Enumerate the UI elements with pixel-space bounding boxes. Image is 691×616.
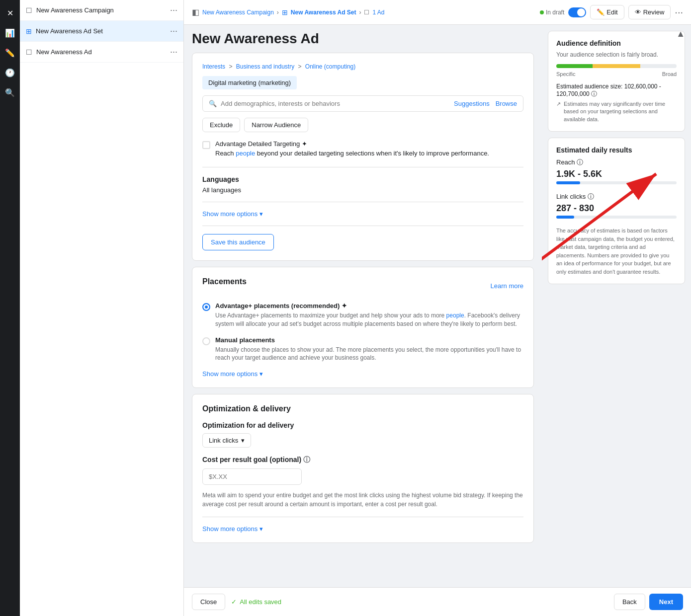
footer-bar: Close ✓ All edits saved Back Next [184,587,691,616]
specific-label: Specific [556,71,576,77]
ad-item-dots[interactable]: ··· [170,47,177,57]
placements-section: Placements Learn more Advantage+ placeme… [192,267,534,388]
check-icon: ✓ [231,598,237,606]
reach-label: Reach ⓘ [556,158,677,167]
show-more-options-2[interactable]: Show more options ▾ [202,370,523,378]
bc-ad[interactable]: 1 Ad [372,9,384,16]
sidebar-clock-icon[interactable]: 🕐 [2,65,18,80]
right-sidebar: ▲ Audience definition Your audience sele… [542,25,691,587]
link-clicks-result-row: Link clicks ⓘ 287 - 830 [556,192,677,219]
link-clicks-info-icon[interactable]: ⓘ [588,193,594,200]
next-button[interactable]: Next [649,594,683,610]
browse-link[interactable]: Browse [496,100,517,107]
scroll-up-arrow[interactable]: ▲ [676,29,685,39]
audience-info-icon[interactable]: ⓘ [591,90,597,97]
form-panel: New Awareness Ad Interests > Business an… [184,25,542,587]
close-button[interactable]: Close [192,594,225,610]
divider-1 [202,167,523,167]
content-area: New Awareness Ad Interests > Business an… [184,25,691,587]
bc-adset[interactable]: New Awareness Ad Set [291,9,356,16]
audience-meter: Specific Broad [556,64,677,77]
show-more-options-3[interactable]: Show more options ▾ [202,525,523,533]
link-clicks-value: 287 - 830 [556,203,677,214]
manual-placement-desc: Manually choose the places to show your … [215,346,523,363]
advantage-checkbox[interactable] [202,141,210,149]
manual-placement-radio[interactable] [202,337,210,345]
meter-bar [556,64,677,68]
narrow-audience-button[interactable]: Narrow Audience [244,118,308,132]
divider-2 [202,202,523,202]
edit-button[interactable]: ✏️ Edit [590,5,624,19]
bc-business[interactable]: Business and industry [236,63,294,70]
review-eye-icon: 👁 [635,8,641,16]
people-link-2[interactable]: people [446,312,464,319]
info-icon: ⓘ [303,456,310,463]
link-clicks-dropdown[interactable]: Link clicks ▾ [202,433,251,448]
manual-placement-option[interactable]: Manual placements Manually choose the pl… [202,336,523,363]
advantage-placement-desc: Use Advantage+ placements to maximize yo… [215,311,523,328]
all-saved-indicator: ✓ All edits saved [231,598,281,606]
reach-bar [556,181,677,184]
sidebar-search-icon[interactable]: 🔍 [2,84,18,100]
campaign-item-label: New Awareness Campaign [36,6,166,14]
adset-icon: ⊞ [26,27,32,35]
cost-input[interactable] [202,468,302,485]
results-card-title: Estimated daily results [556,146,677,154]
languages-label: Languages [202,175,523,183]
more-options-button[interactable]: ··· [675,6,683,18]
campaign-item-dots[interactable]: ··· [170,5,177,15]
bc-campaign[interactable]: New Awareness Campaign [202,9,274,16]
search-icon: 🔍 [209,100,217,107]
people-link[interactable]: people [236,150,255,157]
audience-size: Estimated audience size: 102,600,000 - 1… [556,83,677,98]
adset-item-label: New Awareness Ad Set [36,27,166,35]
ad-icon: ☐ [26,48,32,56]
campaign-item-adset[interactable]: ⊞ New Awareness Ad Set ··· [20,21,183,42]
audience-card-title: Audience definition [556,39,677,47]
collapse-icon[interactable]: ◧ [192,7,199,17]
manual-placement-title: Manual placements [215,336,523,344]
page-title: New Awareness Ad [184,25,542,47]
advantage-placement-title: Advantage+ placements (recommended) ✦ [215,302,523,309]
cost-goal-label: Cost per result goal (optional) ⓘ [202,456,523,464]
sidebar-edit-icon[interactable]: ✏️ [2,45,18,61]
reach-value: 1.9K - 5.6K [556,169,677,179]
exclude-button[interactable]: Exclude [202,118,240,132]
bc-online[interactable]: Online (computing) [305,63,355,70]
targeting-tag: Digital marketing (marketing) [202,76,297,89]
advantage-placement-option[interactable]: Advantage+ placements (recommended) ✦ Us… [202,302,523,328]
divider-3 [202,226,523,226]
save-audience-button[interactable]: Save this audience [202,234,274,250]
reach-info-icon[interactable]: ⓘ [577,158,583,166]
campaign-item-ad[interactable]: ☐ New Awareness Ad ··· [20,42,183,63]
sidebar-close-icon[interactable]: ✕ [2,5,18,21]
targeting-breadcrumb: Interests > Business and industry > Onli… [202,63,523,70]
reach-result-row: Reach ⓘ 1.9K - 5.6K [556,158,677,184]
optimization-title: Optimization & delivery [202,404,523,413]
divider-4 [202,517,523,517]
back-button[interactable]: Back [614,594,645,610]
adset-item-dots[interactable]: ··· [170,26,177,36]
sidebar-chart-icon[interactable]: 📊 [2,25,18,41]
accuracy-note: The accuracy of estimates is based on fa… [556,227,677,276]
ad-doc-icon: ☐ [364,9,369,16]
bc-interests[interactable]: Interests [202,63,225,70]
search-actions: Suggestions Browse [454,100,517,107]
ad-item-label: New Awareness Ad [36,48,166,56]
campaign-item-campaign[interactable]: ☐ New Awareness Campaign ··· [20,0,183,21]
advantage-placement-radio[interactable] [202,303,210,311]
show-more-options-1[interactable]: Show more options ▾ [202,210,523,218]
top-actions: In draft ✏️ Edit 👁 Review ··· [540,5,683,19]
suggestions-link[interactable]: Suggestions [454,100,490,107]
advantage-description: Reach people beyond your detailed target… [215,150,489,157]
languages-value: All languages [202,186,523,194]
campaign-icon: ☐ [26,6,32,14]
chevron-down-icon: ▾ [241,437,245,444]
draft-toggle[interactable] [568,7,586,17]
saved-label: All edits saved [240,598,281,606]
review-button[interactable]: 👁 Review [628,5,671,19]
learn-more-link[interactable]: Learn more [491,282,523,290]
demographics-search-input[interactable] [221,100,450,107]
left-sidebar: ✕ 📊 ✏️ 🕐 🔍 [0,0,20,616]
audience-definition-card: Audience definition Your audience select… [548,31,685,132]
